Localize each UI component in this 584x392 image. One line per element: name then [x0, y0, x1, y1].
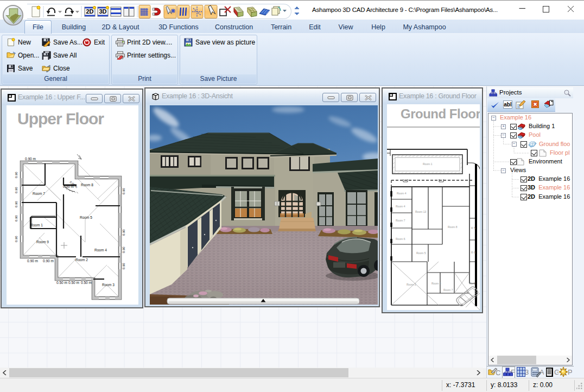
- svg-text:0.90: 0.90: [15, 187, 18, 193]
- svg-text:Room 8: Room 8: [431, 282, 441, 285]
- svg-text:0.90 m: 0.90 m: [27, 259, 38, 263]
- svg-text:P: P: [568, 368, 572, 376]
- svg-text:R 6: R 6: [471, 251, 475, 254]
- svg-text:G: G: [554, 368, 558, 376]
- svg-text:3: 3: [525, 368, 529, 376]
- svg-text:Room 7: Room 7: [443, 288, 453, 292]
- svg-text:Room 8: Room 8: [81, 183, 93, 187]
- svg-text:0.50 m: 0.50 m: [68, 281, 79, 284]
- svg-text:Room 5: Room 5: [80, 216, 92, 219]
- svg-text:Room 7: Room 7: [33, 192, 45, 195]
- svg-text:Ro 2: Ro 2: [469, 282, 475, 285]
- svg-text:Room 7: Room 7: [396, 219, 405, 222]
- svg-text:0.90 m: 0.90 m: [43, 259, 54, 263]
- svg-text:Room 8: Room 8: [448, 225, 458, 229]
- svg-text:Room 2: Room 2: [75, 258, 88, 262]
- svg-text:0.90 m: 0.90 m: [25, 157, 36, 161]
- svg-text:0.90: 0.90: [122, 246, 125, 253]
- svg-text:0.90: 0.90: [122, 229, 125, 236]
- svg-text:0.90: 0.90: [15, 172, 18, 178]
- svg-text:Room 3: Room 3: [102, 283, 115, 287]
- svg-text:Room 1: Room 1: [30, 223, 43, 227]
- svg-text:3D: 3D: [99, 8, 106, 15]
- svg-text:0.90: 0.90: [15, 201, 18, 207]
- svg-text:Room 3: Room 3: [407, 283, 416, 286]
- svg-text:Room 4: Room 4: [94, 248, 107, 252]
- svg-text:0.50 m: 0.50 m: [56, 281, 67, 284]
- svg-text:Room 6: Room 6: [396, 237, 405, 241]
- svg-text:0.90: 0.90: [122, 188, 125, 194]
- svg-text:abl: abl: [504, 102, 512, 108]
- svg-text:0.50 m: 0.50 m: [81, 281, 92, 284]
- svg-text:Room 4: Room 4: [396, 205, 405, 208]
- svg-text:R 5: R 5: [471, 226, 475, 230]
- svg-text:Room 9: Room 9: [36, 240, 49, 244]
- svg-text:2D: 2D: [86, 8, 93, 15]
- svg-text:0.90: 0.90: [122, 263, 125, 269]
- svg-text:Room 5: Room 5: [416, 251, 426, 255]
- svg-text:0.90: 0.90: [15, 215, 18, 222]
- svg-text:Room 4: Room 4: [397, 192, 407, 195]
- svg-text:0.90: 0.90: [15, 236, 18, 242]
- svg-text:Room 13: Room 13: [415, 210, 427, 213]
- svg-text:Room 1: Room 1: [423, 162, 433, 166]
